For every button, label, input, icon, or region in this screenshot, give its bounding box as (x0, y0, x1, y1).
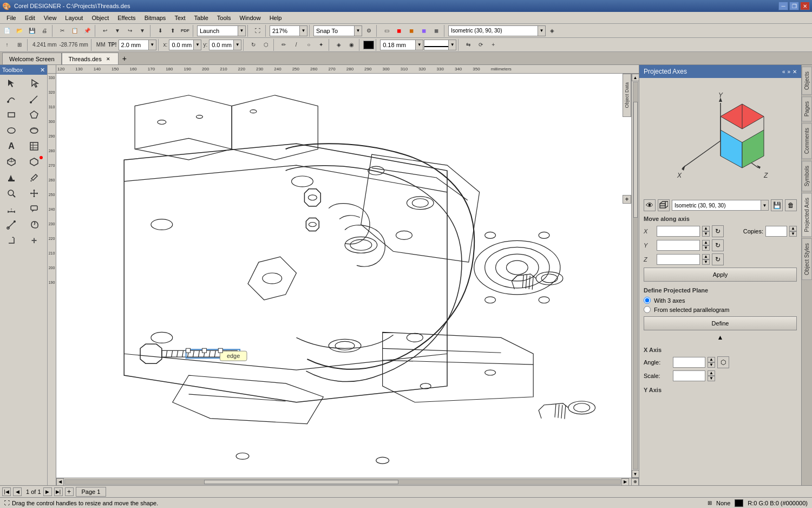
tool-select[interactable] (1, 76, 22, 91)
snap-arrow[interactable]: ▼ (354, 26, 362, 36)
prop-icon2[interactable]: ⊞ (14, 39, 25, 51)
copy-btn[interactable]: 📋 (69, 25, 81, 37)
close-button[interactable]: ✕ (800, 2, 810, 10)
vertical-scrollbar[interactable]: ▲ ▼ (631, 74, 639, 478)
new-btn[interactable]: 📄 (1, 25, 13, 37)
y-value-input[interactable]: 0.0 mm (657, 240, 700, 251)
redo-btn[interactable]: ↪ (124, 25, 136, 37)
z-refresh-btn[interactable]: ↻ (712, 253, 724, 265)
vscroll-up-btn[interactable]: ▲ (632, 74, 639, 81)
view-rect-btn[interactable]: ▭ (381, 25, 392, 37)
size-arrow[interactable]: ▼ (148, 40, 156, 50)
copies-input[interactable]: 0 (765, 226, 787, 237)
copies-up-btn[interactable]: ▲ (789, 226, 797, 231)
tool-freehand[interactable] (1, 92, 22, 107)
add-tools-btn[interactable]: + (24, 233, 44, 248)
x-refresh-btn[interactable]: ↻ (712, 225, 724, 237)
tool-node[interactable] (24, 76, 44, 91)
save-view-btn[interactable]: 💾 (771, 199, 783, 211)
save-btn[interactable]: 💾 (26, 25, 38, 37)
view-mode-extra[interactable]: ◈ (546, 25, 558, 37)
y-refresh-btn[interactable]: ↻ (712, 239, 724, 251)
canvas-add-btn[interactable]: + (623, 195, 631, 204)
tool-polygon[interactable] (24, 123, 44, 138)
menu-help[interactable]: Help (265, 14, 286, 22)
view-color3-btn[interactable]: ◼ (418, 25, 430, 37)
z-down-btn[interactable]: ▼ (702, 259, 710, 265)
panel-close[interactable]: ✕ (793, 69, 797, 75)
scale-up-btn[interactable]: ▲ (708, 370, 715, 376)
import-btn[interactable]: ⬇ (154, 25, 166, 37)
tb-extra1[interactable]: ⇆ (462, 39, 474, 51)
tb-extra2[interactable]: ⟳ (475, 39, 487, 51)
view-eye-icon[interactable]: 👁 (644, 199, 656, 211)
menu-window[interactable]: Window (235, 14, 265, 22)
page-tab[interactable]: Page 1 (76, 487, 107, 497)
horizontal-scrollbar[interactable]: ◀ ▶ ⊕ (56, 478, 639, 485)
fill-color-swatch[interactable] (363, 41, 374, 49)
y-down-btn[interactable]: ▼ (702, 245, 710, 251)
angle-sync-btn[interactable]: ⬡ (717, 356, 729, 368)
tool-table[interactable] (24, 139, 44, 154)
full-screen-btn[interactable]: ⛶ (252, 25, 264, 37)
toolbox-close[interactable]: ✕ (40, 67, 45, 74)
tool-smart-line[interactable] (1, 217, 22, 232)
scale-down-btn[interactable]: ▼ (708, 376, 715, 381)
sidebar-tab-object-styles[interactable]: Object Styles (802, 238, 812, 280)
angle-down-btn[interactable]: ▼ (708, 362, 715, 368)
prop-icon1[interactable]: ↑ (1, 39, 13, 51)
hscroll-thumb[interactable] (204, 480, 398, 484)
y-up-btn[interactable]: ▲ (702, 240, 710, 245)
page-last-btn[interactable]: ▶| (54, 487, 63, 496)
tb-btn1[interactable]: ↻ (247, 39, 259, 51)
vscroll-thumb[interactable] (633, 102, 638, 218)
tool-zoom[interactable] (1, 186, 22, 201)
x-offset-input[interactable]: 0.0 mm ▼ (169, 40, 201, 50)
canvas-content[interactable]: edge (56, 74, 639, 478)
vscroll-down-btn[interactable]: ▼ (632, 470, 639, 478)
tool-eyedropper[interactable] (24, 170, 44, 185)
page-first-btn[interactable]: |◀ (2, 487, 11, 496)
panel-expand-right[interactable]: » (787, 69, 790, 75)
view-color2-btn[interactable]: ◼ (405, 25, 417, 37)
tool-rectangle[interactable] (1, 107, 22, 122)
view-mode-arrow[interactable]: ▼ (538, 26, 545, 36)
menu-bitmaps[interactable]: Bitmaps (140, 14, 171, 22)
tool-spiral[interactable] (24, 217, 44, 232)
z-up-btn[interactable]: ▲ (702, 254, 710, 259)
tb-extra3[interactable]: + (487, 39, 499, 51)
menu-file[interactable]: File (2, 14, 21, 22)
x-value-input[interactable]: 0.0 mm (657, 226, 700, 237)
tab-add-button[interactable]: + (119, 53, 130, 64)
menu-view[interactable]: View (40, 14, 61, 22)
export-btn[interactable]: ⬆ (167, 25, 179, 37)
tool-smart-shape[interactable] (24, 107, 44, 122)
tb-obj1[interactable]: ◈ (333, 39, 345, 51)
tool-arrow[interactable] (1, 233, 22, 248)
page-prev-btn[interactable]: ◀ (13, 487, 22, 496)
open-btn[interactable]: 📂 (14, 25, 25, 37)
apply-button[interactable]: Apply (644, 268, 797, 282)
hscroll-left-btn[interactable]: ◀ (56, 478, 64, 486)
collapse-arrow-btn[interactable]: ▲ (717, 334, 724, 341)
menu-tools[interactable]: Tools (213, 14, 235, 22)
zoom-dropdown[interactable]: 217% ▼ (270, 25, 307, 36)
sidebar-tab-pages[interactable]: Pages (802, 96, 812, 121)
view-cube-icon[interactable] (658, 199, 670, 211)
object-data-tab[interactable]: Object Data (623, 74, 631, 117)
copies-down-btn[interactable]: ▼ (789, 231, 797, 237)
view-mode-dropdown[interactable]: Isometric (30, 90, 30) ▼ (448, 25, 546, 36)
menu-layout[interactable]: Layout (61, 14, 87, 22)
hscroll-right-btn[interactable]: ▶ (621, 478, 629, 486)
y-offset-input[interactable]: 0.0 mm ▼ (209, 40, 241, 50)
menu-edit[interactable]: Edit (21, 14, 40, 22)
x-up-btn[interactable]: ▲ (702, 226, 710, 231)
tool-3d[interactable] (1, 154, 22, 170)
tool-dimension[interactable] (1, 201, 22, 217)
cut-btn[interactable]: ✂ (56, 25, 68, 37)
sidebar-tab-projected-axis[interactable]: Projected Axis (802, 193, 812, 237)
view-preset-arrow[interactable]: ▼ (761, 200, 768, 210)
sidebar-tab-objects[interactable]: Objects (802, 67, 812, 95)
angle-input[interactable]: 30.0 ° (673, 357, 705, 368)
minimize-button[interactable]: ─ (778, 2, 788, 10)
